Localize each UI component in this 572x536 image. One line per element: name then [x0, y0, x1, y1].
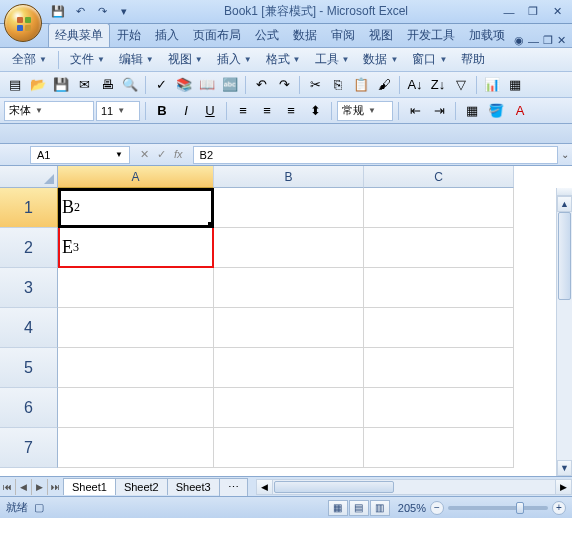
sheet-tab-3[interactable]: Sheet3: [167, 478, 220, 495]
menu-view[interactable]: 视图▼: [162, 49, 209, 70]
tab-first-icon[interactable]: ⏮: [0, 479, 16, 495]
select-all-button[interactable]: [0, 166, 58, 188]
cell-b7[interactable]: [214, 428, 364, 468]
row-header-3[interactable]: 3: [0, 268, 58, 308]
col-header-a[interactable]: A: [58, 166, 214, 188]
minimize-button[interactable]: —: [498, 4, 520, 20]
tab-review[interactable]: 审阅: [324, 23, 362, 47]
sheet-tab-2[interactable]: Sheet2: [115, 478, 168, 495]
save-icon[interactable]: 💾: [50, 74, 72, 96]
row-header-7[interactable]: 7: [0, 428, 58, 468]
cell-c7[interactable]: [364, 428, 514, 468]
cell-b4[interactable]: [214, 308, 364, 348]
ribbon-minimize-button[interactable]: —: [528, 35, 539, 47]
menu-edit[interactable]: 编辑▼: [113, 49, 160, 70]
research-icon[interactable]: 📚: [173, 74, 195, 96]
scroll-thumb[interactable]: [558, 212, 571, 300]
cell-b5[interactable]: [214, 348, 364, 388]
cell-a2[interactable]: E3: [58, 228, 214, 268]
copy-icon[interactable]: ⎘: [327, 74, 349, 96]
font-color-icon[interactable]: A: [509, 100, 531, 122]
menu-help[interactable]: 帮助: [455, 49, 491, 70]
tab-view[interactable]: 视图: [362, 23, 400, 47]
row-header-4[interactable]: 4: [0, 308, 58, 348]
tab-classic-menu[interactable]: 经典菜单: [48, 23, 110, 47]
maximize-button[interactable]: ❐: [522, 4, 544, 20]
split-handle[interactable]: [557, 188, 572, 196]
zoom-slider-knob[interactable]: [516, 502, 524, 514]
page-layout-view-icon[interactable]: ▤: [349, 500, 369, 516]
row-header-2[interactable]: 2: [0, 228, 58, 268]
qat-customize[interactable]: ▾: [114, 2, 134, 22]
pivot-icon[interactable]: ▦: [504, 74, 526, 96]
font-name-combo[interactable]: 宋体▼: [4, 101, 94, 121]
accept-formula-icon[interactable]: ✓: [157, 148, 166, 161]
help-icon[interactable]: ◉: [514, 34, 524, 47]
hscroll-thumb[interactable]: [274, 481, 394, 493]
formula-input[interactable]: B2: [193, 146, 558, 164]
menu-all[interactable]: 全部▼: [6, 49, 53, 70]
cell-a7[interactable]: [58, 428, 214, 468]
close-button[interactable]: ✕: [546, 4, 568, 20]
indent-dec-icon[interactable]: ⇤: [404, 100, 426, 122]
cell-c2[interactable]: [364, 228, 514, 268]
office-button[interactable]: [4, 4, 42, 42]
mail-icon[interactable]: ✉: [73, 74, 95, 96]
scroll-down-icon[interactable]: ▼: [557, 460, 572, 476]
sort-desc-icon[interactable]: Z↓: [427, 74, 449, 96]
scroll-right-icon[interactable]: ▶: [555, 480, 571, 494]
font-size-combo[interactable]: 11▼: [96, 101, 140, 121]
tab-formulas[interactable]: 公式: [248, 23, 286, 47]
vertical-scrollbar[interactable]: ▲ ▼: [556, 188, 572, 476]
underline-button[interactable]: U: [199, 100, 221, 122]
col-header-b[interactable]: B: [214, 166, 364, 188]
format-painter-icon[interactable]: 🖌: [373, 74, 395, 96]
thesaurus-icon[interactable]: 📖: [196, 74, 218, 96]
menu-file[interactable]: 文件▼: [64, 49, 111, 70]
tab-addins[interactable]: 加载项: [462, 23, 512, 47]
col-header-c[interactable]: C: [364, 166, 514, 188]
menu-data[interactable]: 数据▼: [357, 49, 404, 70]
scroll-left-icon[interactable]: ◀: [257, 480, 273, 494]
zoom-in-button[interactable]: +: [552, 501, 566, 515]
ribbon-restore-button[interactable]: ❐: [543, 34, 553, 47]
cell-b1[interactable]: [214, 188, 364, 228]
cell-c4[interactable]: [364, 308, 514, 348]
cell-c1[interactable]: [364, 188, 514, 228]
fx-icon[interactable]: fx: [174, 148, 183, 161]
merge-icon[interactable]: ⬍: [304, 100, 326, 122]
bold-button[interactable]: B: [151, 100, 173, 122]
undo2-icon[interactable]: ↶: [250, 74, 272, 96]
cancel-formula-icon[interactable]: ✕: [140, 148, 149, 161]
paste-icon[interactable]: 📋: [350, 74, 372, 96]
filter-icon[interactable]: ▽: [450, 74, 472, 96]
tab-prev-icon[interactable]: ◀: [16, 479, 32, 495]
save-button[interactable]: 💾: [48, 2, 68, 22]
new-sheet-tab[interactable]: ⋯: [219, 478, 248, 496]
cells-area[interactable]: B2 E3: [58, 188, 572, 476]
sheet-tab-1[interactable]: Sheet1: [63, 478, 116, 495]
borders-icon[interactable]: ▦: [461, 100, 483, 122]
normal-view-icon[interactable]: ▦: [328, 500, 348, 516]
print-icon[interactable]: 🖶: [96, 74, 118, 96]
number-format-combo[interactable]: 常规▼: [337, 101, 393, 121]
tab-home[interactable]: 开始: [110, 23, 148, 47]
undo-button[interactable]: ↶: [70, 2, 90, 22]
horizontal-scrollbar[interactable]: ◀ ▶: [256, 479, 572, 495]
sort-asc-icon[interactable]: A↓: [404, 74, 426, 96]
new-icon[interactable]: ▤: [4, 74, 26, 96]
cell-c3[interactable]: [364, 268, 514, 308]
row-header-1[interactable]: 1: [0, 188, 58, 228]
scroll-up-icon[interactable]: ▲: [557, 196, 572, 212]
menu-insert[interactable]: 插入▼: [211, 49, 258, 70]
tab-developer[interactable]: 开发工具: [400, 23, 462, 47]
cell-b2[interactable]: [214, 228, 364, 268]
zoom-slider[interactable]: [448, 506, 548, 510]
row-header-6[interactable]: 6: [0, 388, 58, 428]
tab-insert[interactable]: 插入: [148, 23, 186, 47]
italic-button[interactable]: I: [175, 100, 197, 122]
align-left-icon[interactable]: ≡: [232, 100, 254, 122]
fill-color-icon[interactable]: 🪣: [485, 100, 507, 122]
indent-inc-icon[interactable]: ⇥: [428, 100, 450, 122]
cell-b3[interactable]: [214, 268, 364, 308]
